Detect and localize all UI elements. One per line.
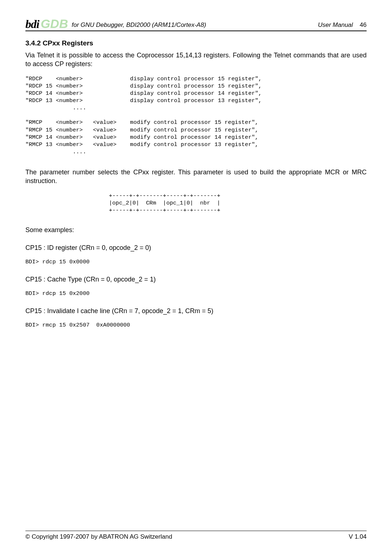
footer-version: V 1.04: [349, 533, 367, 540]
example-3-title: CP15 : Invalidate I cache line (CRn = 7,…: [25, 307, 367, 315]
paragraph-2: The parameter number selects the CPxx re…: [25, 168, 367, 186]
page: bdi GDB for GNU Debugger, BDI2000 (ARM11…: [0, 0, 392, 555]
page-footer: © Copyright 1997-2007 by ABATRON AG Swit…: [25, 531, 367, 540]
intro-paragraph: Via Telnet it is possible to access the …: [25, 51, 367, 69]
example-2-title: CP15 : Cache Type (CRn = 0, opcode_2 = 1…: [25, 276, 367, 283]
page-header: bdi GDB for GNU Debugger, BDI2000 (ARM11…: [25, 17, 367, 31]
examples-label: Some examples:: [25, 226, 367, 234]
logo-block: bdi GDB for GNU Debugger, BDI2000 (ARM11…: [25, 17, 206, 30]
logo-gdb: GDB: [41, 17, 68, 30]
example-1-title: CP15 : ID register (CRn = 0, opcode_2 = …: [25, 244, 367, 252]
page-number: 46: [360, 21, 367, 28]
bitfield-diagram: +-----+-+-------+-----+-+-------+ |opc_2…: [25, 192, 367, 214]
example-3-cmd: BDI> rmcp 15 0x2507 0xA0000000: [25, 321, 367, 329]
example-1-cmd: BDI> rdcp 15 0x0000: [25, 258, 367, 266]
code-block-commands: "RDCP <number> display control processor…: [25, 75, 367, 156]
section-title: 3.4.2 CPxx Registers: [25, 39, 367, 47]
user-manual-label: User Manual: [318, 21, 353, 28]
footer-copyright: © Copyright 1997-2007 by ABATRON AG Swit…: [25, 533, 172, 540]
example-2-cmd: BDI> rdcp 15 0x2000: [25, 290, 367, 297]
header-right: User Manual 46: [318, 21, 367, 29]
header-subtitle: for GNU Debugger, BDI2000 (ARM11/Cortex-…: [72, 21, 206, 29]
logo-bdi: bdi: [25, 18, 39, 30]
